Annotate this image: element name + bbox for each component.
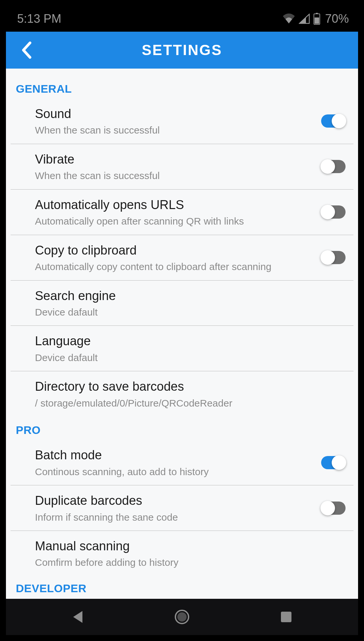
toggle-clipboard[interactable]	[321, 251, 346, 264]
square-icon	[280, 611, 292, 623]
toggle-knob	[320, 501, 335, 515]
toggle-auto-urls[interactable]	[321, 205, 346, 219]
battery-icon	[313, 13, 320, 25]
device-frame: 5:13 PM 70% SETTINGS GENERAL	[0, 0, 364, 641]
setting-text: Vibrate When the scan is successful	[35, 151, 321, 182]
setting-title: Manual scanning	[35, 538, 339, 554]
setting-subtitle: Device dafault	[35, 351, 339, 364]
chevron-left-icon	[20, 41, 33, 59]
toggle-knob	[320, 159, 335, 174]
section-header-developer: DEVELOPER	[6, 576, 358, 598]
cellular-icon	[299, 14, 310, 24]
status-icons	[282, 13, 320, 25]
toggle-knob	[332, 114, 346, 128]
setting-text: Language Device dafault	[35, 333, 346, 364]
setting-batch-mode[interactable]: Batch mode Continous scanning, auto add …	[11, 440, 353, 485]
setting-text: Automatically opens URLS Automatically o…	[35, 197, 321, 228]
nav-back-button[interactable]	[68, 607, 88, 627]
setting-subtitle: When the scan is successful	[35, 169, 315, 182]
nav-home-button[interactable]	[172, 607, 192, 627]
setting-title: Duplicate barcodes	[35, 493, 315, 509]
section-header-general: GENERAL	[6, 69, 358, 99]
svg-rect-5	[281, 612, 291, 622]
setting-title: Sound	[35, 106, 315, 122]
setting-subtitle: When the scan is successful	[35, 124, 315, 137]
setting-subtitle: Device dafault	[35, 306, 339, 319]
triangle-left-icon	[71, 610, 84, 624]
status-bar: 5:13 PM 70%	[6, 6, 358, 32]
setting-text: Copy to clipbroard Automatically copy co…	[35, 242, 321, 273]
setting-title: Automatically opens URLS	[35, 197, 315, 213]
toggle-duplicate[interactable]	[321, 502, 346, 515]
setting-language[interactable]: Language Device dafault	[11, 326, 353, 371]
svg-rect-2	[315, 17, 319, 24]
page-title: SETTINGS	[6, 42, 358, 58]
setting-auto-urls[interactable]: Automatically opens URLS Automatically o…	[11, 190, 353, 235]
setting-text: Manual scanning Comfirm before adding to…	[35, 538, 346, 569]
status-battery-percent: 70%	[325, 12, 349, 26]
setting-title: Vibrate	[35, 151, 315, 168]
setting-search-engine[interactable]: Search engine Device dafault	[11, 281, 353, 326]
setting-vibrate[interactable]: Vibrate When the scan is successful	[11, 144, 353, 190]
app-bar: SETTINGS	[6, 32, 358, 69]
back-button[interactable]	[16, 40, 36, 60]
setting-text: Search engine Device dafault	[35, 288, 346, 319]
screen: 5:13 PM 70% SETTINGS GENERAL	[6, 6, 358, 635]
setting-text: Sound When the scan is successful	[35, 106, 321, 137]
setting-title: Search engine	[35, 288, 339, 304]
circle-icon	[174, 609, 190, 625]
toggle-knob	[332, 455, 346, 470]
svg-point-4	[177, 612, 187, 622]
settings-content[interactable]: GENERAL Sound When the scan is successfu…	[6, 69, 358, 599]
section-header-pro: PRO	[6, 416, 358, 440]
setting-subtitle: Continous scanning, auto add to history	[35, 466, 315, 478]
nav-recent-button[interactable]	[276, 607, 296, 627]
setting-clipboard[interactable]: Copy to clipbroard Automatically copy co…	[11, 235, 353, 281]
setting-manual-scanning[interactable]: Manual scanning Comfirm before adding to…	[11, 531, 353, 576]
setting-sound[interactable]: Sound When the scan is successful	[11, 99, 353, 144]
setting-title: Batch mode	[35, 447, 315, 463]
setting-text: Duplicate barcodes Inform if scanning th…	[35, 493, 321, 523]
setting-directory[interactable]: Directory to save barcodes / storage/emu…	[11, 371, 353, 416]
setting-subtitle: Automatically open after scanning QR wit…	[35, 215, 315, 228]
toggle-batch[interactable]	[321, 456, 346, 469]
setting-title: Copy to clipbroard	[35, 242, 315, 259]
setting-title: Language	[35, 333, 339, 349]
toggle-vibrate[interactable]	[321, 160, 346, 173]
setting-text: Batch mode Continous scanning, auto add …	[35, 447, 321, 478]
setting-subtitle: Automatically copy content to clipboard …	[35, 260, 315, 273]
status-time: 5:13 PM	[17, 12, 61, 26]
setting-text: Directory to save barcodes / storage/emu…	[35, 379, 346, 409]
setting-title: Directory to save barcodes	[35, 379, 339, 395]
toggle-knob	[320, 250, 335, 265]
status-right: 70%	[282, 12, 349, 26]
setting-duplicate-barcodes[interactable]: Duplicate barcodes Inform if scanning th…	[11, 485, 353, 531]
toggle-sound[interactable]	[321, 114, 346, 128]
setting-subtitle: Comfirm before adding to history	[35, 556, 339, 569]
wifi-icon	[282, 14, 295, 24]
toggle-knob	[320, 205, 335, 219]
setting-subtitle: / storage/emulated/0/Picture/QRCodeReade…	[35, 397, 339, 410]
android-nav-bar	[6, 599, 358, 635]
setting-subtitle: Inform if scanning the sane code	[35, 511, 315, 524]
